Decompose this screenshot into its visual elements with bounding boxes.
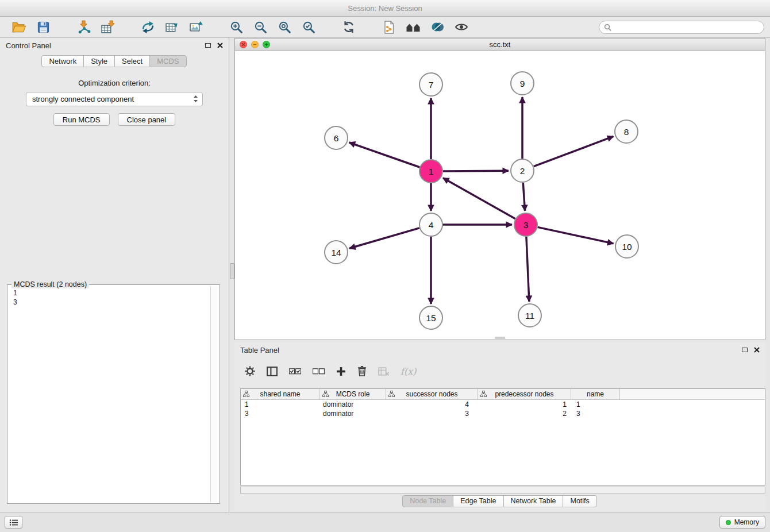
window-title: Session: New Session xyxy=(348,4,422,13)
zoom-fit-button[interactable] xyxy=(272,18,297,36)
graph-edge-3-1[interactable] xyxy=(443,178,515,219)
tab-network[interactable]: Network xyxy=(41,55,84,67)
tab-style[interactable]: Style xyxy=(83,55,115,67)
cell-shared-name[interactable]: 3 xyxy=(241,410,320,418)
refresh-button[interactable] xyxy=(337,18,361,36)
table-row[interactable]: 3 dominator 3 2 3 xyxy=(241,409,765,418)
control-panel: Control Panel Network Style Select MCDS … xyxy=(0,38,229,512)
graph-node-label: 3 xyxy=(523,220,529,230)
mcds-result-scrollbar[interactable] xyxy=(210,286,218,502)
column-header-successor-nodes[interactable]: successor nodes xyxy=(386,389,478,399)
memory-label: Memory xyxy=(734,518,759,526)
graph-edge-4-14[interactable] xyxy=(349,228,419,248)
tab-motifs[interactable]: Motifs xyxy=(563,495,596,507)
export-table-icon xyxy=(165,20,179,34)
deselect-all-columns-button[interactable] xyxy=(313,368,325,375)
import-network-button[interactable] xyxy=(71,18,95,36)
status-bar: Memory xyxy=(0,512,770,532)
function-builder-button[interactable]: f(x) xyxy=(401,366,416,377)
export-image-icon xyxy=(189,20,203,34)
network-window-titlebar: scc.txt xyxy=(235,38,765,51)
open-folder-icon xyxy=(11,20,26,34)
export-table-button[interactable] xyxy=(160,18,184,36)
tab-mcds[interactable]: MCDS xyxy=(149,55,186,67)
tab-edge-table[interactable]: Edge Table xyxy=(453,495,503,507)
splitter-handle[interactable] xyxy=(230,263,234,279)
graph-edge-1-6[interactable] xyxy=(349,142,420,167)
float-table-panel-button[interactable] xyxy=(742,348,748,352)
cell-successor-nodes[interactable]: 3 xyxy=(386,410,478,418)
eye-icon xyxy=(455,21,468,33)
table-panel-title: Table Panel xyxy=(240,346,279,354)
clone-network-button[interactable] xyxy=(377,18,401,36)
mcds-result-item[interactable]: 3 xyxy=(13,298,206,307)
close-panel-action-button[interactable]: Close panel xyxy=(118,113,176,126)
network-canvas[interactable]: 7968124314101511 xyxy=(235,51,765,340)
layout-button[interactable] xyxy=(401,18,425,36)
save-session-button[interactable] xyxy=(31,18,55,36)
run-mcds-button[interactable]: Run MCDS xyxy=(53,113,110,126)
export-network-icon xyxy=(141,20,155,34)
graph-node-label: 10 xyxy=(622,242,632,252)
graph-edge-2-8[interactable] xyxy=(534,136,614,166)
close-table-panel-button[interactable] xyxy=(754,347,760,353)
import-table-button[interactable] xyxy=(95,18,120,36)
export-network-button[interactable] xyxy=(136,18,160,36)
cell-name[interactable]: 1 xyxy=(571,400,620,408)
refresh-icon xyxy=(342,20,356,34)
style-button[interactable] xyxy=(425,18,449,36)
cell-mcds-role[interactable]: dominator xyxy=(320,410,386,418)
zoom-selected-button[interactable] xyxy=(297,18,321,36)
close-icon xyxy=(754,347,760,353)
mcds-result-list[interactable]: 1 3 xyxy=(9,287,210,502)
cell-mcds-role[interactable]: dominator xyxy=(320,400,386,408)
column-header-predecessor-nodes[interactable]: predecessor nodes xyxy=(478,389,571,399)
graph-edge-1-2[interactable] xyxy=(443,171,509,171)
memory-button[interactable]: Memory xyxy=(719,516,765,529)
close-window-button[interactable] xyxy=(240,41,247,48)
delete-column-button[interactable] xyxy=(357,366,367,376)
tab-network-table[interactable]: Network Table xyxy=(503,495,564,507)
zoom-out-button[interactable] xyxy=(248,18,272,36)
search-input[interactable] xyxy=(614,23,759,32)
graph-edge-3-11[interactable] xyxy=(526,237,529,302)
show-hide-button[interactable] xyxy=(449,18,473,36)
open-session-button[interactable] xyxy=(7,18,31,36)
search-box[interactable] xyxy=(599,21,764,34)
zoom-window-button[interactable] xyxy=(263,41,270,48)
export-image-button[interactable] xyxy=(184,18,208,36)
task-history-button[interactable] xyxy=(5,516,22,529)
cell-predecessor-nodes[interactable]: 1 xyxy=(478,400,571,408)
graph-node-label: 15 xyxy=(426,313,436,323)
table-horizontal-scrollbar[interactable] xyxy=(240,487,765,494)
panel-splitter[interactable] xyxy=(229,38,234,512)
column-header-name[interactable]: name xyxy=(571,389,620,399)
clear-table-button[interactable] xyxy=(378,367,389,376)
graph-edge-2-3[interactable] xyxy=(523,183,525,211)
close-panel-button[interactable] xyxy=(217,43,223,48)
mcds-result-item[interactable]: 1 xyxy=(13,288,206,298)
table-panel: Table Panel xyxy=(234,342,765,511)
column-header-shared-name[interactable]: shared name xyxy=(241,389,320,399)
select-all-columns-button[interactable] xyxy=(289,368,301,375)
canvas-scroll-handle[interactable] xyxy=(495,337,505,339)
float-panel-button[interactable] xyxy=(205,43,211,48)
cell-predecessor-nodes[interactable]: 2 xyxy=(478,410,571,418)
tab-select[interactable]: Select xyxy=(114,55,150,67)
minimize-window-button[interactable] xyxy=(251,41,259,48)
optimization-criterion-select[interactable]: strongly connected component xyxy=(26,92,203,106)
tab-node-table[interactable]: Node Table xyxy=(402,495,453,507)
chevron-up-down-icon xyxy=(193,95,198,103)
column-header-mcds-role[interactable]: MCDS role xyxy=(320,389,386,399)
table-tabs: Node Table Edge Table Network Table Moti… xyxy=(234,495,765,507)
cell-name[interactable]: 3 xyxy=(571,410,620,418)
cell-shared-name[interactable]: 1 xyxy=(241,400,320,408)
zoom-in-button[interactable] xyxy=(224,18,248,36)
column-tree-icon xyxy=(388,391,395,397)
add-column-button[interactable] xyxy=(336,367,346,376)
table-row[interactable]: 1 dominator 4 1 1 xyxy=(241,400,765,409)
cell-successor-nodes[interactable]: 4 xyxy=(386,400,478,408)
toggle-column-panel-button[interactable] xyxy=(267,367,278,376)
graph-edge-3-10[interactable] xyxy=(538,227,614,244)
table-settings-button[interactable] xyxy=(245,366,255,376)
